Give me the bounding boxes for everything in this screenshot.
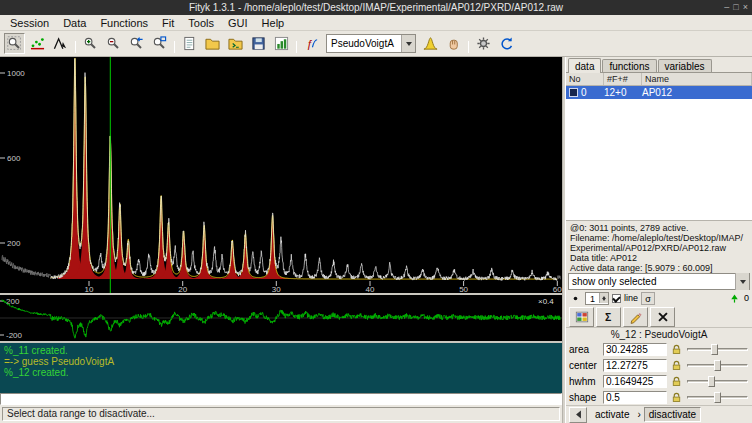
combo-dropdown-arrow[interactable]	[401, 35, 415, 52]
zoom-out-button[interactable]	[103, 33, 124, 54]
zoom-mode-button[interactable]	[4, 33, 25, 54]
sigma-toggle[interactable]: σ	[641, 292, 655, 305]
line-checkbox-label: line	[624, 293, 638, 303]
lock-button-hwhm[interactable]	[669, 374, 684, 389]
command-line[interactable]	[0, 393, 562, 405]
data-list[interactable]: 012+0AP012	[566, 86, 752, 221]
magnifier-dash-icon	[7, 36, 22, 51]
filter-select[interactable]: show only selected	[568, 273, 750, 290]
peak-type-value: PseudoVoigtA	[327, 38, 401, 49]
spin-down-button[interactable]	[599, 298, 608, 303]
menu-gui[interactable]: GUI	[221, 16, 255, 30]
peak-yellow-icon	[423, 36, 438, 51]
dataset-checkbox[interactable]	[569, 88, 578, 97]
table-row[interactable]: 012+0AP012	[566, 86, 752, 99]
edit-data-button[interactable]	[623, 307, 648, 327]
point-size-spinner[interactable]: 1	[585, 292, 609, 305]
auxiliary-plot-canvas[interactable]: 200-200×0.4	[0, 295, 562, 341]
run-fit-button[interactable]	[473, 33, 494, 54]
activate-toggle[interactable]: activate	[590, 407, 634, 422]
param-input-area[interactable]	[603, 343, 667, 356]
param-row-center: center	[566, 357, 752, 373]
svg-text:30: 30	[272, 285, 281, 293]
execute-script-button[interactable]	[225, 33, 246, 54]
delete-function-button[interactable]	[650, 307, 675, 327]
titlebar[interactable]: Fityk 1.3.1 - /home/aleplo/test/Desktop/…	[0, 0, 752, 15]
range-mode-bar: activate › disactivate	[566, 405, 752, 423]
slider-thumb[interactable]	[711, 344, 718, 355]
tab-data[interactable]: data	[568, 58, 601, 73]
lock-button-shape[interactable]	[669, 390, 684, 405]
toolbar-separator	[174, 41, 175, 53]
zoom-in-button[interactable]	[80, 33, 101, 54]
pencil-icon	[629, 310, 643, 324]
lock-icon	[670, 343, 683, 356]
svg-text:600: 600	[7, 154, 21, 163]
minimize-button[interactable]: –	[724, 0, 729, 15]
zoom-all-button[interactable]	[149, 33, 170, 54]
auxiliary-plot[interactable]: 200-200×0.4	[0, 295, 562, 341]
param-input-shape[interactable]	[603, 391, 667, 404]
param-input-hwhm[interactable]	[603, 375, 667, 388]
define-function-button[interactable]: ƒ	[301, 33, 322, 54]
undo-fit-button[interactable]	[496, 33, 517, 54]
slider-thumb[interactable]	[714, 360, 721, 371]
zoom-previous-button[interactable]	[126, 33, 147, 54]
statistics-button[interactable]: Σ	[596, 307, 621, 327]
info-line: @0: 3011 points, 2789 active.	[570, 223, 748, 233]
svg-text:1000: 1000	[7, 69, 25, 78]
statusbar: Select data range to disactivate...	[0, 405, 562, 423]
slider-thumb[interactable]	[708, 376, 715, 387]
closex-icon	[656, 310, 670, 324]
lock-button-center[interactable]	[669, 358, 684, 373]
data-table-button[interactable]	[569, 307, 594, 327]
open-session-button[interactable]	[202, 33, 223, 54]
tab-functions[interactable]: functions	[602, 59, 656, 72]
menu-help[interactable]: Help	[255, 16, 292, 30]
add-peak-mode-button[interactable]	[50, 33, 71, 54]
column-header-name: Name	[642, 73, 752, 85]
open-data-file-button[interactable]	[179, 33, 200, 54]
export-image-button[interactable]	[271, 33, 292, 54]
tab-variables[interactable]: variables	[658, 59, 712, 72]
command-input[interactable]	[1, 396, 561, 406]
lock-button-area[interactable]	[669, 342, 684, 357]
range-mode-button[interactable]	[569, 407, 587, 423]
param-slider-center[interactable]	[686, 358, 749, 372]
param-slider-shape[interactable]	[686, 390, 749, 404]
output-console[interactable]: %_11 created.=-> guess PseudoVoigtA%_12 …	[0, 343, 562, 393]
left-arrow-icon	[572, 408, 585, 421]
shift-value: 0	[744, 293, 749, 303]
menu-functions[interactable]: Functions	[93, 16, 155, 30]
close-button[interactable]: ×	[743, 0, 748, 15]
cell-name: AP012	[642, 87, 752, 98]
maximize-button[interactable]: □	[733, 0, 738, 15]
slider-thumb[interactable]	[714, 392, 721, 403]
param-input-center[interactable]	[603, 359, 667, 372]
menu-fit[interactable]: Fit	[155, 16, 181, 30]
filter-dropdown-arrow[interactable]	[735, 273, 749, 290]
param-slider-hwhm[interactable]	[686, 374, 749, 388]
shift-up-icon[interactable]	[728, 292, 741, 305]
toolbar-separator	[468, 41, 469, 53]
peak-type-select[interactable]: PseudoVoigtA	[326, 34, 416, 53]
main-plot[interactable]: 2006001000102030405060	[0, 57, 562, 293]
param-label-hwhm: hwhm	[569, 376, 601, 387]
column-header-no: No	[566, 73, 604, 85]
save-session-button[interactable]	[248, 33, 269, 54]
auto-add-peak-button[interactable]	[420, 33, 441, 54]
menu-data[interactable]: Data	[56, 16, 93, 30]
data-range-mode-button[interactable]	[27, 33, 48, 54]
line-checkbox[interactable]	[612, 294, 621, 303]
manual-add-peak-button[interactable]	[443, 33, 464, 54]
disactivate-toggle[interactable]: disactivate	[644, 407, 701, 422]
menu-tools[interactable]: Tools	[181, 16, 221, 30]
param-row-hwhm: hwhm	[566, 373, 752, 389]
filter-select-value: show only selected	[569, 276, 735, 287]
param-slider-area[interactable]	[686, 342, 749, 356]
point-size-icon	[569, 292, 582, 305]
disk-icon	[251, 36, 266, 51]
cell-no: 0	[581, 87, 604, 98]
menu-session[interactable]: Session	[3, 16, 56, 30]
main-plot-canvas[interactable]: 2006001000102030405060	[0, 57, 562, 293]
